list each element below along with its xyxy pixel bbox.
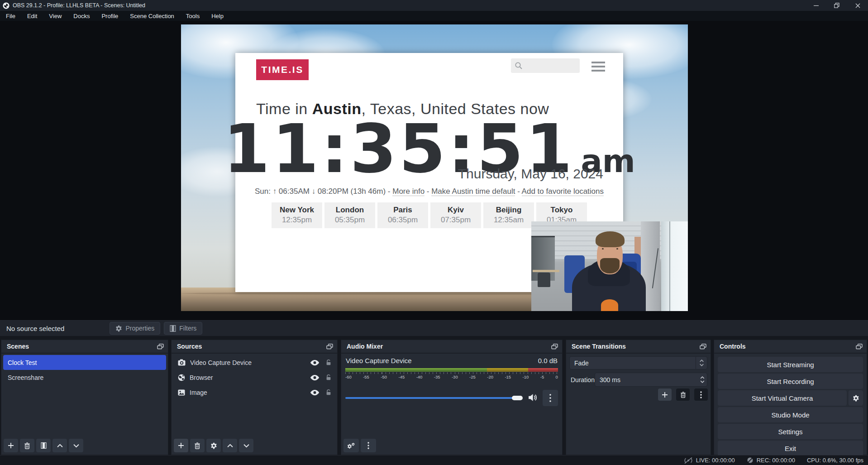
- popout-icon[interactable]: [326, 344, 333, 350]
- filters-icon: [41, 442, 47, 449]
- scene-transitions-title: Scene Transitions: [572, 343, 626, 350]
- search-icon: [515, 62, 523, 70]
- filters-button[interactable]: Filters: [164, 322, 202, 335]
- menu-file[interactable]: File: [0, 11, 21, 21]
- virtual-camera-config-button[interactable]: [849, 390, 863, 406]
- unlock-icon[interactable]: [325, 374, 332, 381]
- city-card: Kyiv07:35pm: [430, 202, 481, 228]
- filters-icon: [170, 325, 176, 332]
- advanced-audio-button[interactable]: [343, 439, 359, 452]
- remove-transition-button[interactable]: [676, 388, 690, 401]
- popout-icon[interactable]: [856, 344, 863, 350]
- camera-icon: [178, 359, 186, 366]
- program-canvas[interactable]: TIME.IS Time in Austin, Texas, United St…: [181, 24, 688, 311]
- maximize-button[interactable]: [826, 0, 847, 11]
- popout-icon[interactable]: [551, 344, 558, 350]
- menu-bar: File Edit View Docks Profile Scene Colle…: [0, 11, 868, 21]
- timeis-sun-line: Sun: ↑ 06:35AM ↓ 08:20PM (13h 46m) - Mor…: [235, 187, 623, 196]
- city-card: Beijing12:35am: [483, 202, 534, 228]
- trash-icon: [194, 442, 200, 449]
- start-streaming-button[interactable]: Start Streaming: [718, 357, 863, 372]
- minimize-button[interactable]: [806, 0, 826, 11]
- sources-title: Sources: [177, 343, 202, 350]
- source-item-browser[interactable]: Browser: [173, 370, 335, 385]
- duration-row: Duration 300 ms: [569, 373, 707, 387]
- plus-icon: [662, 392, 668, 398]
- unlock-icon[interactable]: [325, 389, 332, 396]
- menu-edit[interactable]: Edit: [21, 11, 43, 21]
- remove-source-button[interactable]: [190, 439, 205, 452]
- remove-scene-button[interactable]: [20, 439, 34, 452]
- menu-tools[interactable]: Tools: [180, 11, 205, 21]
- audio-mixer-title: Audio Mixer: [347, 343, 383, 350]
- popout-icon[interactable]: [700, 344, 706, 350]
- eye-visible-icon[interactable]: [310, 389, 320, 396]
- volume-slider[interactable]: [345, 397, 522, 399]
- start-virtual-camera-button[interactable]: Start Virtual Camera: [718, 390, 847, 406]
- make-default-link: Make Austin time default: [431, 187, 515, 196]
- volume-meter: -60-55-50-45-40-35-30-25-20-15-10-50: [345, 368, 558, 379]
- move-source-up-button[interactable]: [223, 439, 237, 452]
- volume-slider-handle[interactable]: [512, 396, 523, 400]
- eye-visible-icon[interactable]: [310, 360, 320, 366]
- duration-spinner[interactable]: [700, 373, 705, 386]
- transition-properties-button[interactable]: [694, 388, 708, 401]
- mixer-menu-button[interactable]: [361, 439, 376, 452]
- mixer-channel-level: 0.0 dB: [538, 357, 558, 364]
- title-bar: OBS 29.1.2 - Profile: LLHLS BETA - Scene…: [0, 0, 868, 11]
- gear-icon: [210, 442, 217, 449]
- add-source-button[interactable]: [174, 439, 188, 452]
- duration-input[interactable]: 300 ms: [595, 373, 707, 387]
- chevron-down-icon: [73, 444, 79, 448]
- menu-profile[interactable]: Profile: [95, 11, 124, 21]
- menu-view[interactable]: View: [43, 11, 67, 21]
- source-item-image[interactable]: Image: [173, 385, 335, 400]
- plus-icon: [178, 442, 184, 449]
- combo-arrows: [696, 357, 707, 369]
- popout-icon[interactable]: [157, 344, 164, 350]
- properties-button[interactable]: Properties: [110, 322, 160, 335]
- rec-status: REC: 00:00:00: [747, 457, 795, 464]
- move-source-down-button[interactable]: [239, 439, 253, 452]
- city-card: London05:35pm: [324, 202, 375, 228]
- gear-icon: [115, 325, 122, 332]
- add-scene-button[interactable]: [4, 439, 18, 452]
- scenes-toolbar: [4, 439, 83, 452]
- source-properties-button[interactable]: [206, 439, 221, 452]
- live-status: LIVE: 00:00:00: [684, 457, 735, 464]
- move-scene-up-button[interactable]: [52, 439, 67, 452]
- move-scene-down-button[interactable]: [69, 439, 83, 452]
- start-recording-button[interactable]: Start Recording: [718, 374, 863, 389]
- transition-select[interactable]: Fade: [569, 356, 707, 369]
- add-transition-button[interactable]: [658, 388, 672, 401]
- eye-visible-icon[interactable]: [310, 374, 320, 381]
- mixer-channel-menu-button[interactable]: [543, 390, 558, 406]
- scene-filters-button[interactable]: [36, 439, 51, 452]
- menu-scene-collection[interactable]: Scene Collection: [124, 11, 180, 21]
- scene-item-clock-test[interactable]: Clock Test: [3, 355, 166, 370]
- studio-mode-button[interactable]: Studio Mode: [718, 407, 863, 422]
- unlock-icon[interactable]: [325, 359, 332, 366]
- dots-vertical-icon: [367, 442, 369, 449]
- image-icon: [178, 389, 185, 396]
- exit-button[interactable]: Exit: [718, 441, 863, 456]
- close-button[interactable]: [847, 0, 868, 11]
- chevron-up-icon: [227, 444, 233, 448]
- scene-item-screenshare[interactable]: Screenshare: [3, 370, 166, 385]
- menu-help[interactable]: Help: [205, 11, 229, 21]
- hamburger-menu-icon: [591, 62, 605, 74]
- separator: -: [386, 187, 392, 196]
- globe-icon: [178, 374, 185, 381]
- source-item-video-capture[interactable]: Video Capture Device: [173, 355, 335, 370]
- scenes-title: Scenes: [7, 343, 29, 350]
- broadcast-off-icon: [684, 457, 693, 464]
- dots-vertical-icon: [700, 391, 702, 398]
- record-off-icon: [747, 457, 754, 464]
- menu-docks[interactable]: Docks: [67, 11, 95, 21]
- meter-scale: -60-55-50-45-40-35-30-25-20-15-10-50: [345, 374, 558, 379]
- status-bar: LIVE: 00:00:00 REC: 00:00:00 CPU: 0.6%, …: [0, 455, 868, 465]
- settings-button[interactable]: Settings: [718, 424, 863, 439]
- sources-toolbar: [174, 439, 253, 452]
- double-gear-icon: [347, 442, 355, 449]
- speaker-icon[interactable]: [528, 393, 537, 402]
